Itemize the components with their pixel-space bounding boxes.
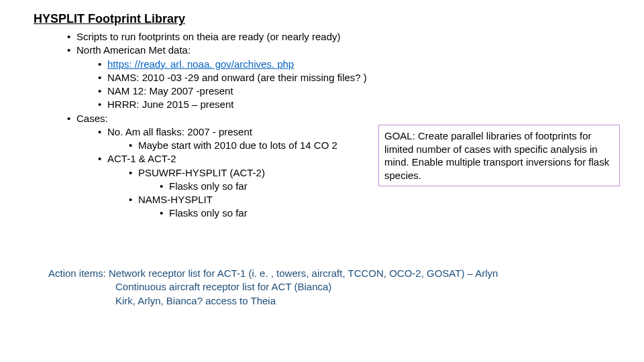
bullet-item: NAMS: 2010 -03 -29 and onward (are their… <box>95 71 610 84</box>
archive-link[interactable]: https: //ready. arl. noaa. gov/archives.… <box>107 58 294 70</box>
bullet-item: NAM 12: May 2007 -present <box>95 84 610 98</box>
bullet-item: HRRR: June 2015 – present <box>95 98 610 111</box>
goal-box: GOAL: Create parallel libraries of footp… <box>378 125 620 186</box>
action-line: Continuous aircraft receptor list for AC… <box>48 280 598 294</box>
bullet-item: Scripts to run footprints on theia are r… <box>64 30 610 44</box>
bullet-item: Flasks only so far <box>157 206 610 220</box>
action-line: Kirk, Arlyn, Bianca? access to Theia <box>48 294 598 308</box>
action-items: Action items: Network receptor list for … <box>48 267 598 308</box>
bullet-item: https: //ready. arl. noaa. gov/archives.… <box>95 58 610 71</box>
bullet-item: Cases: <box>64 112 610 125</box>
slide-title: HYSPLIT Footprint Library <box>34 12 610 26</box>
action-line: Action items: Network receptor list for … <box>48 267 598 280</box>
bullet-item: North American Met data: <box>64 44 610 57</box>
bullet-item: NAMS-HYSPLIT <box>126 193 610 206</box>
slide: HYSPLIT Footprint Library Scripts to run… <box>0 0 644 362</box>
